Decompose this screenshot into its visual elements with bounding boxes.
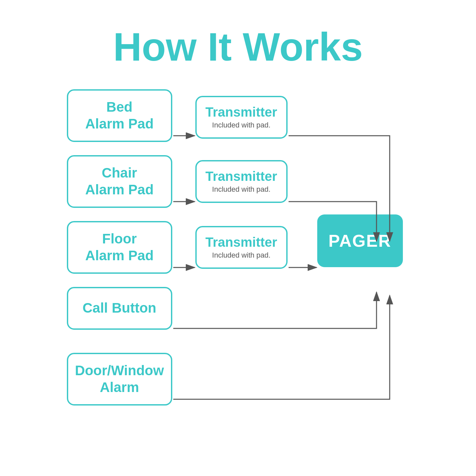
transmitter-2-label: Transmitter <box>206 169 277 184</box>
transmitter-2-box: Transmitter Included with pad. <box>195 160 288 203</box>
call-button-box: Call Button <box>67 287 172 330</box>
transmitter-1-box: Transmitter Included with pad. <box>195 96 288 139</box>
transmitter-1-sub: Included with pad. <box>212 121 270 129</box>
transmitter-1-label: Transmitter <box>206 105 277 120</box>
bed-alarm-label: BedAlarm Pad <box>85 99 154 132</box>
floor-alarm-box: FloorAlarm Pad <box>67 221 172 274</box>
content-area: BedAlarm Pad Transmitter Included with p… <box>57 89 419 452</box>
pager-box: PAGER <box>317 214 403 267</box>
diagram-container: How It Works BedAlarm Pad Transmitter In… <box>57 24 419 452</box>
page-title: How It Works <box>57 24 419 70</box>
pager-label: PAGER <box>328 231 391 251</box>
transmitter-3-sub: Included with pad. <box>212 251 270 260</box>
chair-alarm-box: ChairAlarm Pad <box>67 155 172 208</box>
bed-alarm-box: BedAlarm Pad <box>67 89 172 142</box>
call-button-label: Call Button <box>83 300 156 316</box>
transmitter-3-box: Transmitter Included with pad. <box>195 226 288 269</box>
transmitter-2-sub: Included with pad. <box>212 185 270 194</box>
door-window-box: Door/WindowAlarm <box>67 353 172 406</box>
transmitter-3-label: Transmitter <box>206 235 277 250</box>
door-window-label: Door/WindowAlarm <box>75 362 164 396</box>
floor-alarm-label: FloorAlarm Pad <box>85 231 154 264</box>
chair-alarm-label: ChairAlarm Pad <box>85 165 154 198</box>
